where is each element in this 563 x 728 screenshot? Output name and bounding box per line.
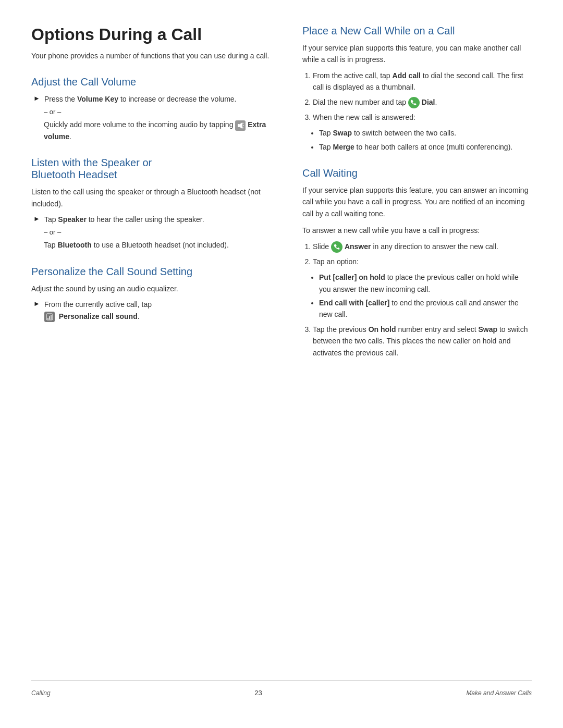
or-divider-1: – or –	[44, 108, 271, 116]
footer-page-number: 23	[254, 689, 262, 697]
bullet-personalize: ► From the currently active call, tap Pe…	[33, 299, 271, 322]
svg-line-4	[243, 127, 244, 128]
call-answered-options: Tap Swap to switch between the two calls…	[319, 127, 532, 153]
svg-line-2	[243, 123, 244, 124]
bullet-personalize-text: From the currently active call, tap Pers…	[44, 299, 152, 322]
arrow-icon-personalize: ►	[33, 300, 40, 307]
section-title-place-new-call: Place a New Call While on a Call	[302, 25, 532, 37]
content-area: Options During a Call Your phone provide…	[31, 25, 532, 680]
listen-intro: Listen to the call using the speaker or …	[31, 186, 271, 209]
section-title-call-waiting: Call Waiting	[302, 167, 532, 179]
call-waiting-steps: Slide Answer in any direction to answer …	[313, 241, 532, 268]
section-title-adjust-volume: Adjust the Call Volume	[31, 76, 271, 88]
answer-icon	[331, 241, 342, 253]
section-title-personalize: Personalize the Call Sound Setting	[31, 266, 271, 278]
section-adjust-volume: Adjust the Call Volume ► Press the Volum…	[31, 76, 271, 142]
arrow-icon-speaker: ►	[33, 215, 40, 223]
call-waiting-intro2: To answer a new call while you have a ca…	[302, 225, 532, 236]
page: Options During a Call Your phone provide…	[0, 0, 563, 728]
or-divider-2: – or –	[44, 228, 271, 236]
extra-volume-text: Quickly add more volume to the incoming …	[44, 119, 271, 142]
page-footer: Calling 23 Make and Answer Calls	[31, 680, 532, 697]
step-2-dial: Dial the new number and tap Dial.	[313, 96, 532, 108]
personalize-intro: Adjust the sound by using an audio equal…	[31, 283, 271, 294]
merge-option: Tap Merge to hear both callers at once (…	[319, 141, 532, 153]
step-1-add-call: From the active call, tap Add call to di…	[313, 70, 532, 93]
dial-icon	[408, 97, 420, 108]
section-personalize-sound: Personalize the Call Sound Setting Adjus…	[31, 266, 271, 322]
swap-option: Tap Swap to switch between the two calls…	[319, 127, 532, 139]
call-waiting-options: Put [caller] on hold to place the previo…	[319, 272, 532, 320]
page-intro: Your phone provides a number of function…	[31, 51, 271, 61]
svg-rect-0	[238, 124, 240, 127]
place-new-call-intro: If your service plan supports this featu…	[302, 42, 532, 66]
extra-volume-icon	[235, 120, 246, 131]
section-listen-speaker: Listen with the Speaker orBluetooth Head…	[31, 157, 271, 251]
page-title: Options During a Call	[31, 25, 271, 44]
personalize-sound-icon	[44, 312, 55, 322]
footer-left: Calling	[31, 689, 51, 697]
bullet-volume-key: ► Press the Volume Key to increase or de…	[33, 93, 271, 105]
step-2-tap-option: Tap an option:	[313, 256, 532, 267]
bullet-speaker: ► Tap Speaker to hear the caller using t…	[33, 214, 271, 225]
end-call-option: End call with [caller] to end the previo…	[319, 297, 532, 320]
call-waiting-step3-list: Tap the previous On hold number entry an…	[313, 324, 532, 359]
place-new-call-steps: From the active call, tap Add call to di…	[313, 70, 532, 123]
step-3-on-hold: Tap the previous On hold number entry an…	[313, 324, 532, 359]
put-on-hold-option: Put [caller] on hold to place the previo…	[319, 272, 532, 295]
bluetooth-text: Tap Bluetooth to use a Bluetooth headset…	[44, 239, 271, 251]
section-title-listen-speaker: Listen with the Speaker orBluetooth Head…	[31, 157, 271, 181]
svg-marker-1	[240, 122, 242, 129]
section-place-new-call: Place a New Call While on a Call If your…	[302, 25, 532, 153]
bullet-volume-key-text: Press the Volume Key to increase or decr…	[44, 93, 237, 105]
left-column: Options During a Call Your phone provide…	[31, 25, 271, 680]
call-waiting-intro: If your service plan supports this featu…	[302, 184, 532, 219]
bullet-speaker-text: Tap Speaker to hear the caller using the…	[44, 214, 204, 225]
footer-right: Make and Answer Calls	[466, 689, 532, 697]
section-call-waiting: Call Waiting If your service plan suppor…	[302, 167, 532, 359]
arrow-icon: ►	[33, 94, 40, 102]
step-3-answered: When the new call is answered:	[313, 112, 532, 123]
right-column: Place a New Call While on a Call If your…	[292, 25, 532, 680]
step-1-slide-answer: Slide Answer in any direction to answer …	[313, 241, 532, 253]
